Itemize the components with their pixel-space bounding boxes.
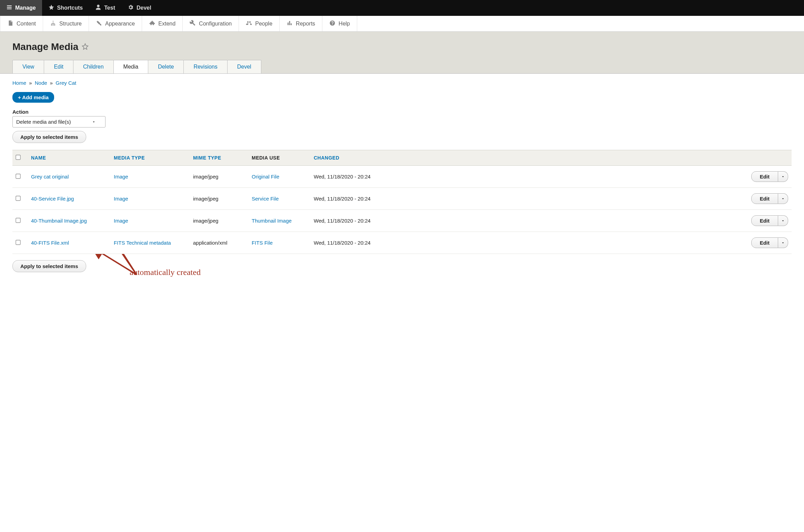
select-all-checkbox[interactable] <box>16 155 20 160</box>
col-media-use: MEDIA USE <box>248 150 310 166</box>
row-checkbox[interactable] <box>16 240 20 245</box>
tab-media[interactable]: Media <box>113 60 149 73</box>
col-name[interactable]: NAME <box>28 150 110 166</box>
svg-rect-1 <box>7 7 12 8</box>
wrench-icon <box>190 20 196 28</box>
media-name-link[interactable]: 40-Thumbnail Image.jpg <box>31 218 87 224</box>
toolbar-shortcuts[interactable]: Shortcuts <box>42 0 89 16</box>
row-checkbox[interactable] <box>16 174 20 178</box>
tools-icon <box>96 20 102 28</box>
help-icon <box>329 20 335 28</box>
action-select[interactable]: Delete media and file(s) <box>12 116 105 127</box>
menu-reports[interactable]: Reports <box>280 16 322 31</box>
col-changed[interactable]: CHANGED <box>310 150 396 166</box>
media-mime: image/jpeg <box>190 188 248 210</box>
menu-content-label: Content <box>17 21 36 27</box>
media-table: NAME MEDIA TYPE MIME TYPE MEDIA USE CHAN… <box>12 150 792 254</box>
edit-button[interactable]: Edit <box>751 171 778 182</box>
content-area: Home » Node » Grey Cat + Add media Actio… <box>0 74 804 278</box>
row-checkbox[interactable] <box>16 196 20 201</box>
svg-rect-5 <box>291 23 292 25</box>
media-use-link[interactable]: FITS File <box>252 240 273 246</box>
bars-icon <box>287 20 293 28</box>
toolbar-manage-label: Manage <box>15 5 36 11</box>
media-mime: image/jpeg <box>190 210 248 232</box>
menu-appearance[interactable]: Appearance <box>89 16 142 31</box>
table-row: 40-FITS File.xmlFITS Technical metadataa… <box>12 232 792 254</box>
svg-rect-2 <box>7 9 12 9</box>
tab-view[interactable]: View <box>12 60 44 73</box>
media-name-link[interactable]: Grey cat original <box>31 174 69 180</box>
apply-button-top[interactable]: Apply to selected items <box>12 131 86 143</box>
media-name-link[interactable]: 40-FITS File.xml <box>31 240 69 246</box>
toolbar-user[interactable]: Test <box>89 0 121 16</box>
table-row: 40-Thumbnail Image.jpgImageimage/jpegThu… <box>12 210 792 232</box>
edit-dropdown[interactable] <box>778 237 788 248</box>
tab-delete[interactable]: Delete <box>148 60 184 73</box>
menu-extend[interactable]: Extend <box>142 16 183 31</box>
star-outline-icon[interactable] <box>82 41 89 52</box>
menu-content[interactable]: Content <box>0 16 43 31</box>
table-row: Grey cat originalImageimage/jpegOriginal… <box>12 166 792 188</box>
tab-children[interactable]: Children <box>73 60 114 73</box>
menu-people-label: People <box>255 21 272 27</box>
media-use-link[interactable]: Service File <box>252 196 279 202</box>
toolbar-devel[interactable]: Devel <box>121 0 158 16</box>
row-checkbox[interactable] <box>16 218 20 223</box>
edit-dropdown[interactable] <box>778 215 788 226</box>
people-icon <box>246 20 252 28</box>
tab-revisions[interactable]: Revisions <box>183 60 227 73</box>
user-icon <box>95 4 101 12</box>
menu-icon <box>6 4 12 12</box>
media-use-link[interactable]: Original File <box>252 174 279 180</box>
col-media-type[interactable]: MEDIA TYPE <box>110 150 190 166</box>
col-mime-type[interactable]: MIME TYPE <box>190 150 248 166</box>
media-mime: image/jpeg <box>190 166 248 188</box>
tab-devel[interactable]: Devel <box>227 60 261 73</box>
action-select-value: Delete media and file(s) <box>16 119 71 125</box>
top-toolbar: Manage Shortcuts Test Devel <box>0 0 804 16</box>
breadcrumb-node[interactable]: Node <box>35 80 47 86</box>
media-name-link[interactable]: 40-Service File.jpg <box>31 196 74 202</box>
menu-help-label: Help <box>339 21 350 27</box>
menu-structure[interactable]: Structure <box>43 16 89 31</box>
tab-edit[interactable]: Edit <box>44 60 73 73</box>
menu-structure-label: Structure <box>59 21 82 27</box>
media-type-link[interactable]: Image <box>114 218 128 224</box>
media-changed: Wed, 11/18/2020 - 20:24 <box>310 188 396 210</box>
svg-rect-0 <box>7 6 12 6</box>
svg-rect-4 <box>289 21 290 25</box>
add-media-button[interactable]: + Add media <box>12 92 54 103</box>
menu-people[interactable]: People <box>239 16 280 31</box>
menu-reports-label: Reports <box>296 21 315 27</box>
edit-dropdown[interactable] <box>778 193 788 204</box>
toolbar-shortcuts-label: Shortcuts <box>57 5 83 11</box>
edit-dropdown[interactable] <box>778 171 788 182</box>
chevron-down-icon <box>92 119 96 125</box>
media-type-link[interactable]: Image <box>114 174 128 180</box>
menu-configuration[interactable]: Configuration <box>183 16 239 31</box>
menu-extend-label: Extend <box>158 21 175 27</box>
page-icon <box>7 20 13 28</box>
puzzle-icon <box>149 20 155 28</box>
page-header: Manage Media View Edit Children Media De… <box>0 32 804 74</box>
edit-button[interactable]: Edit <box>751 237 778 248</box>
breadcrumb: Home » Node » Grey Cat <box>12 80 792 86</box>
breadcrumb-current[interactable]: Grey Cat <box>56 80 76 86</box>
media-use-link[interactable]: Thumbnail Image <box>252 218 292 224</box>
apply-button-bottom[interactable]: Apply to selected items <box>12 260 86 272</box>
media-changed: Wed, 11/18/2020 - 20:24 <box>310 232 396 254</box>
sitemap-icon <box>50 20 56 28</box>
toolbar-devel-label: Devel <box>137 5 151 11</box>
page-title: Manage Media <box>12 41 792 52</box>
menu-appearance-label: Appearance <box>105 21 135 27</box>
media-type-link[interactable]: FITS Technical metadata <box>114 240 171 246</box>
menu-help[interactable]: Help <box>322 16 357 31</box>
edit-button[interactable]: Edit <box>751 215 778 226</box>
media-type-link[interactable]: Image <box>114 196 128 202</box>
table-row: 40-Service File.jpgImageimage/jpegServic… <box>12 188 792 210</box>
edit-button[interactable]: Edit <box>751 193 778 204</box>
toolbar-manage[interactable]: Manage <box>0 0 42 16</box>
annotation-text: automatically created <box>130 268 201 277</box>
breadcrumb-home[interactable]: Home <box>12 80 26 86</box>
